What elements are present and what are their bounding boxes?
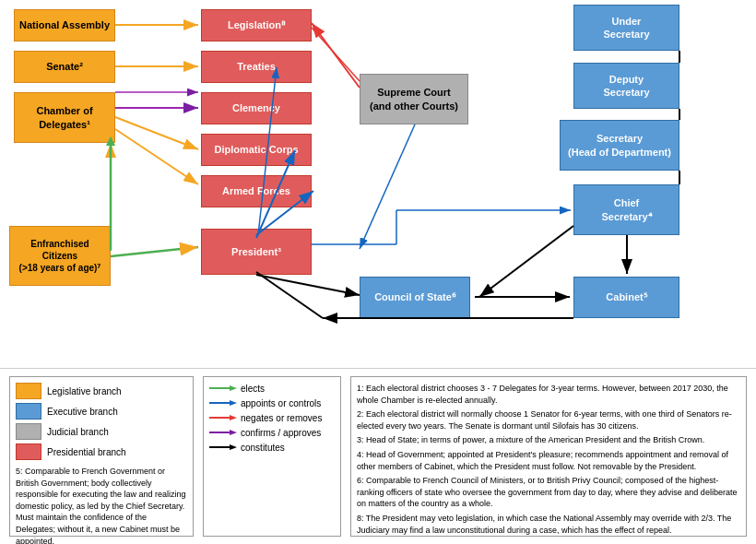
executive-color bbox=[16, 403, 41, 420]
legend-appoints: appoints or controls bbox=[209, 397, 335, 408]
presidential-color bbox=[16, 443, 41, 460]
legend-constitutes: constitutes bbox=[209, 442, 335, 453]
footnote-1: 1: Each electoral district chooses 3 - 7… bbox=[357, 383, 740, 406]
svg-line-19 bbox=[312, 23, 360, 88]
svg-line-20 bbox=[360, 124, 415, 249]
diagram-area: National Assembly Senate² Chamber ofDele… bbox=[0, 0, 756, 369]
president-box: President³ bbox=[201, 229, 312, 275]
senate-box: Senate² bbox=[14, 51, 115, 83]
footnote-4: 4: Head of Government; appointed at Pres… bbox=[357, 449, 740, 472]
legend-judicial: Judicial branch bbox=[16, 423, 187, 440]
footnote-3: 3: Head of State; in terms of power, a m… bbox=[357, 434, 740, 446]
footnote-2: 2: Each electoral district will normally… bbox=[357, 408, 740, 432]
footnote-6: 6: Comparable to French Council of Minis… bbox=[357, 475, 740, 510]
legend-confirms: confirms / approves bbox=[209, 427, 335, 438]
chamber-box: Chamber ofDelegates¹ bbox=[14, 92, 115, 143]
enfranchised-box: EnfranchisedCitizens(>18 years of age)⁷ bbox=[9, 226, 111, 286]
cabinet-box: Cabinet⁵ bbox=[573, 277, 679, 318]
armed-forces-box: Armed Forces bbox=[201, 175, 312, 207]
svg-marker-43 bbox=[230, 444, 237, 450]
footnote-5: 5: Comparable to French Government or Br… bbox=[16, 466, 187, 544]
legend-presidential: Presidential branch bbox=[16, 443, 187, 460]
legend-arrows: elects appoints or controls negates or r… bbox=[203, 376, 341, 537]
legend-negates: negates or removes bbox=[209, 412, 335, 423]
svg-marker-41 bbox=[230, 430, 237, 435]
svg-line-32 bbox=[256, 272, 323, 318]
secretary-box: Secretary(Head of Department) bbox=[560, 120, 679, 171]
diplomatic-box: Diplomatic Corps bbox=[201, 134, 312, 166]
council-box: Council of State⁶ bbox=[360, 277, 470, 318]
chief-secretary-box: ChiefSecretary⁴ bbox=[573, 184, 679, 235]
svg-line-15 bbox=[256, 275, 360, 295]
deputy-secretary-box: DeputySecretary bbox=[573, 63, 679, 109]
legend-legislative: Legislative branch bbox=[16, 383, 187, 399]
legislative-color bbox=[16, 383, 41, 399]
legend-executive: Executive branch bbox=[16, 403, 187, 420]
treaties-box: Treaties bbox=[201, 51, 312, 83]
clemency-box: Clemency bbox=[201, 92, 312, 124]
legend-branches: Legislative branch Executive branch Judi… bbox=[9, 376, 194, 537]
national-assembly-box: National Assembly bbox=[14, 9, 115, 41]
svg-line-14 bbox=[111, 247, 198, 256]
svg-line-9 bbox=[115, 129, 198, 184]
svg-marker-35 bbox=[230, 385, 237, 391]
under-secretary-box: UnderSecretary bbox=[573, 5, 679, 51]
legend-footnotes: 1: Each electoral district chooses 3 - 7… bbox=[350, 376, 747, 537]
legislation-box: Legislation⁸ bbox=[201, 9, 312, 41]
svg-line-22 bbox=[479, 226, 573, 297]
svg-marker-39 bbox=[230, 415, 237, 420]
svg-line-21 bbox=[312, 28, 360, 81]
legend-area: Legislative branch Executive branch Judi… bbox=[0, 369, 756, 544]
supreme-court-box: Supreme Court(and other Courts) bbox=[360, 74, 468, 124]
svg-line-8 bbox=[115, 117, 198, 149]
footnote-8: 8: The President may veto legislation, i… bbox=[357, 513, 740, 536]
judicial-color bbox=[16, 423, 41, 440]
legend-elects: elects bbox=[209, 383, 335, 394]
svg-marker-37 bbox=[230, 400, 237, 406]
